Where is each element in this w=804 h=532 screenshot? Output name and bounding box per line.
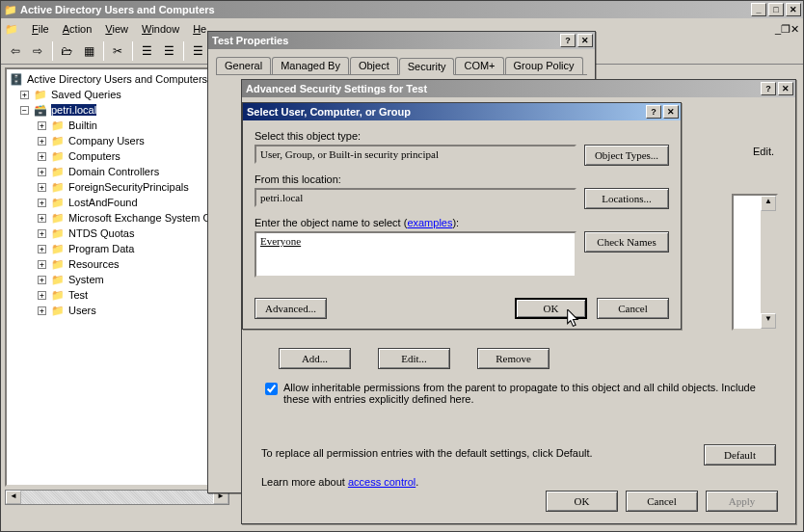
help-button[interactable]: ? — [646, 105, 661, 119]
tab-managed-by[interactable]: Managed By — [272, 57, 349, 74]
tree-node[interactable]: ForeignSecurityPrincipals — [68, 181, 189, 193]
scroll-down-icon[interactable]: ▼ — [761, 313, 776, 329]
tree-node[interactable]: Microsoft Exchange System Ob — [68, 212, 217, 224]
menu-window[interactable]: Window — [142, 23, 179, 35]
scroll-up-icon[interactable]: ▲ — [761, 196, 776, 211]
inherit-checkbox[interactable] — [265, 383, 278, 395]
minimize-button[interactable]: _ — [751, 3, 766, 16]
folder-icon: 📁 — [50, 273, 66, 286]
menu-file[interactable]: File — [32, 23, 49, 35]
tree-pane[interactable]: 🗄️ Active Directory Users and Computers … — [5, 67, 229, 487]
tree-node[interactable]: Company Users — [68, 135, 145, 146]
tab-bar: GeneralManaged ByObjectSecurityCOM+Group… — [216, 57, 587, 75]
refresh-icon[interactable]: ☰ — [187, 40, 208, 62]
folder-icon: 📁 — [50, 165, 66, 178]
ok-button[interactable]: OK — [515, 298, 587, 319]
tab-security[interactable]: Security — [399, 58, 455, 75]
expander-icon[interactable]: − — [20, 106, 29, 115]
check-names-button[interactable]: Check Names — [584, 231, 669, 253]
back-icon[interactable]: ⇦ — [5, 40, 26, 62]
tree-node[interactable]: System — [68, 274, 104, 285]
expander-icon[interactable]: + — [38, 199, 46, 207]
help-button[interactable]: ? — [761, 82, 776, 95]
adv-sec-titlebar[interactable]: Advanced Security Settings for Test ? ✕ — [242, 80, 795, 97]
tab-com+[interactable]: COM+ — [455, 57, 503, 74]
add-button[interactable]: Add... — [279, 348, 351, 369]
tree-domain[interactable]: petri.local — [51, 104, 96, 116]
apply-button[interactable]: Apply — [706, 491, 778, 512]
delete-icon[interactable]: ☰ — [158, 40, 179, 62]
object-types-button[interactable]: Object Types... — [584, 145, 669, 166]
maximize-button[interactable]: □ — [768, 3, 784, 16]
advanced-button[interactable]: Advanced... — [255, 298, 327, 319]
mdi-close-button[interactable]: ✕ — [791, 23, 799, 36]
edit-button[interactable]: Edit... — [378, 348, 450, 369]
test-props-title: Test Properties — [210, 35, 558, 46]
expander-icon[interactable]: + — [20, 91, 29, 99]
forward-icon[interactable]: ⇨ — [27, 40, 48, 62]
expander-icon[interactable]: + — [38, 152, 46, 161]
main-title: Active Directory Users and Computers — [18, 4, 749, 15]
inherit-text: Allow inheritable permissions from the p… — [283, 382, 763, 405]
menu-action[interactable]: Action — [63, 23, 93, 35]
mdi-restore-button[interactable]: ❐ — [781, 23, 791, 36]
scroll-left-icon[interactable]: ◄ — [6, 491, 21, 504]
close-button[interactable]: ✕ — [786, 3, 801, 16]
expander-icon[interactable]: + — [38, 291, 46, 300]
close-button[interactable]: ✕ — [577, 34, 593, 47]
object-name-input[interactable]: Everyone — [255, 231, 576, 278]
tree-node[interactable]: NTDS Quotas — [68, 227, 134, 239]
select-dlg-title: Select User, Computer, or Group — [245, 106, 644, 118]
properties-icon[interactable]: ☰ — [136, 40, 157, 62]
select-dlg-titlebar[interactable]: Select User, Computer, or Group ? ✕ — [243, 103, 681, 120]
expander-icon[interactable]: + — [38, 276, 46, 284]
access-control-link[interactable]: access control — [348, 476, 415, 488]
tab-group-policy[interactable]: Group Policy — [505, 57, 583, 74]
expander-icon[interactable]: + — [38, 214, 46, 223]
expander-icon[interactable]: + — [38, 183, 46, 192]
tree-root[interactable]: Active Directory Users and Computers — [27, 73, 207, 85]
folder-icon: 📁 — [50, 257, 66, 271]
show-icon[interactable]: ▦ — [78, 40, 99, 62]
locations-button[interactable]: Locations... — [584, 188, 669, 209]
learn-prefix: Learn more about — [261, 476, 348, 488]
expander-icon[interactable]: + — [38, 306, 46, 315]
tree-node[interactable]: Domain Controllers — [68, 166, 159, 177]
folder-icon: 📁 — [50, 242, 66, 255]
examples-link[interactable]: examples — [407, 217, 452, 228]
test-props-titlebar[interactable]: Test Properties ? ✕ — [208, 32, 595, 49]
horizontal-scrollbar[interactable]: ◄ ► — [5, 490, 229, 505]
ok-button[interactable]: OK — [546, 491, 618, 512]
close-button[interactable]: ✕ — [663, 105, 679, 119]
menu-help[interactable]: He — [193, 23, 206, 35]
tree-node[interactable]: Computers — [68, 150, 121, 162]
tree-node[interactable]: Users — [68, 305, 96, 316]
tree-node[interactable]: Builtin — [68, 120, 97, 131]
folder-icon: 📁 — [50, 196, 66, 209]
expander-icon[interactable]: + — [38, 121, 46, 130]
remove-button[interactable]: Remove — [477, 348, 549, 369]
tab-general[interactable]: General — [216, 57, 271, 74]
expander-icon[interactable]: + — [38, 229, 46, 238]
close-button[interactable]: ✕ — [778, 82, 793, 95]
cancel-button[interactable]: Cancel — [626, 491, 698, 512]
tab-object[interactable]: Object — [350, 57, 398, 74]
cut-icon[interactable]: ✂ — [107, 40, 128, 62]
menu-view[interactable]: View — [105, 23, 128, 35]
tree-saved-queries[interactable]: Saved Queries — [51, 89, 121, 100]
expander-icon[interactable]: + — [38, 245, 46, 253]
folder-icon: 📁 — [50, 134, 66, 147]
tree-node[interactable]: Program Data — [68, 243, 134, 254]
adv-sec-title: Advanced Security Settings for Test — [244, 83, 759, 94]
tree-node[interactable]: Resources — [68, 258, 120, 270]
expander-icon[interactable]: + — [38, 168, 46, 176]
main-titlebar[interactable]: 📁 Active Directory Users and Computers _… — [1, 1, 803, 18]
default-button[interactable]: Default — [704, 444, 776, 466]
cancel-button[interactable]: Cancel — [597, 298, 669, 319]
help-button[interactable]: ? — [560, 34, 576, 47]
tree-node[interactable]: LostAndFound — [68, 197, 138, 208]
tree-node[interactable]: Test — [68, 289, 88, 301]
up-icon[interactable]: 🗁 — [56, 40, 77, 62]
expander-icon[interactable]: + — [38, 260, 46, 269]
expander-icon[interactable]: + — [38, 137, 46, 146]
